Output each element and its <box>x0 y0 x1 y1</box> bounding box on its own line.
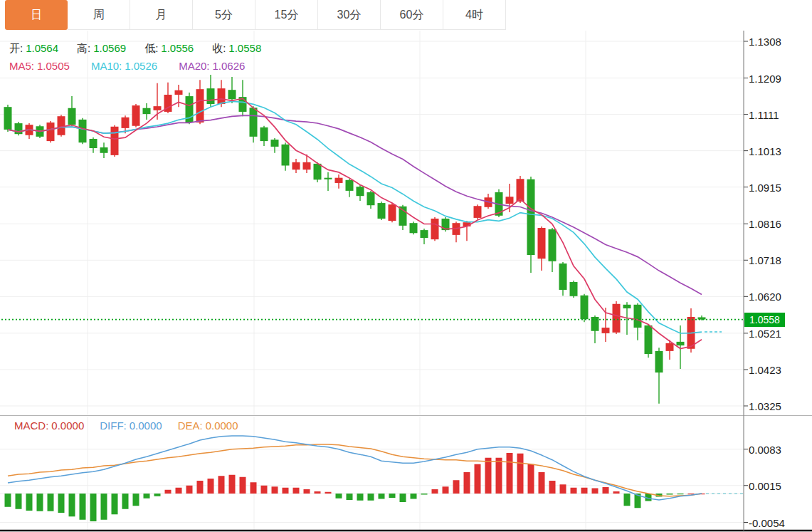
tab-5min[interactable]: 5分 <box>193 0 255 30</box>
macd-bar <box>251 482 257 494</box>
candle-body <box>474 206 482 218</box>
candle-body <box>634 305 642 328</box>
macd-axis[interactable]: 0.00830.0015-0.0054 <box>744 0 812 532</box>
ma20-value: 1.0626 <box>213 60 246 72</box>
macd-bar <box>475 464 481 494</box>
candle-body <box>58 116 65 135</box>
high-label: 高: <box>77 42 90 56</box>
macd-bar <box>154 494 161 496</box>
macd-bar <box>581 488 588 494</box>
candle-body <box>506 197 514 204</box>
candle-body <box>132 105 140 126</box>
macd-bar <box>218 476 225 494</box>
candle-body <box>389 204 396 221</box>
macd-bar <box>443 486 449 494</box>
macd-readout: MACD:0.0000 DIFF:0.0000 DEA:0.0000 <box>14 419 238 432</box>
macd-bar <box>389 494 396 498</box>
candle-body <box>367 192 375 205</box>
candle-body <box>613 304 621 333</box>
macd-bar <box>122 494 129 509</box>
candle-body <box>645 325 653 354</box>
macd-bar <box>517 454 524 494</box>
macd-tick-label: 0.0015 <box>749 480 781 492</box>
macd-bar <box>677 494 684 494</box>
period-toolbar: 日 周 月 5分 15分 30分 60分 4时 <box>5 0 506 30</box>
tab-15min[interactable]: 15分 <box>255 0 318 30</box>
macd-bar <box>325 492 332 494</box>
macd-bar <box>80 494 86 520</box>
gridlines <box>0 31 744 530</box>
macd-bar <box>379 494 385 499</box>
macd-histogram <box>5 453 705 521</box>
macd-bar <box>16 494 22 509</box>
macd-bar <box>283 488 289 494</box>
candle-body <box>143 108 151 114</box>
candle-body <box>228 90 236 99</box>
macd-bar <box>624 494 631 506</box>
ma10-label: MA10: <box>91 60 122 72</box>
candle-body <box>421 230 428 238</box>
macd-bar <box>400 494 406 502</box>
macd-bar <box>304 489 310 494</box>
macd-bar <box>688 494 695 494</box>
candle-body <box>346 180 354 191</box>
candle-body <box>271 140 279 147</box>
macd-bar <box>90 494 97 521</box>
macd-tick-label: -0.0054 <box>749 517 785 529</box>
candle-body <box>207 88 215 104</box>
current-price-tag: 1.0558 <box>744 313 785 327</box>
macd-bar <box>603 487 609 494</box>
candle-body <box>655 351 663 372</box>
macd-value: 0.0000 <box>51 419 84 432</box>
tab-day[interactable]: 日 <box>5 0 68 30</box>
candle-body <box>602 328 610 333</box>
candle-body <box>538 228 546 259</box>
close-label: 收: <box>212 42 226 56</box>
macd-bar <box>357 494 364 501</box>
candle-body <box>100 147 108 153</box>
macd-bar <box>229 475 236 494</box>
candle-body <box>581 296 589 319</box>
macd-bar <box>144 494 150 499</box>
chart-canvas[interactable] <box>0 0 812 532</box>
candles <box>4 75 706 404</box>
macd-bar <box>186 486 193 494</box>
macd-bar <box>411 494 417 499</box>
candle-body <box>122 118 130 128</box>
macd-bar <box>368 494 374 501</box>
low-value: 1.0556 <box>161 42 194 56</box>
macd-bar <box>421 494 428 495</box>
candle-body <box>431 219 439 239</box>
candle-body <box>292 162 300 169</box>
macd-bar <box>240 477 246 494</box>
candle-body <box>90 139 97 148</box>
candle-body <box>154 106 162 110</box>
low-label: 低: <box>144 42 158 56</box>
macd-bar <box>592 488 599 494</box>
macd-bar <box>432 489 438 494</box>
candle-body <box>357 187 364 196</box>
tab-month[interactable]: 月 <box>130 0 193 30</box>
candle-body <box>325 178 332 179</box>
candle-body <box>196 89 204 122</box>
ohlc-readout: 开:1.0564 高:1.0569 低:1.0556 收:1.0558 <box>9 42 261 56</box>
macd-bar <box>48 494 54 511</box>
macd-tick-label: 0.0083 <box>749 444 781 456</box>
candle-body <box>559 264 567 290</box>
tab-60min[interactable]: 60分 <box>381 0 443 30</box>
macd-bar <box>293 488 300 494</box>
candle-body <box>218 88 226 104</box>
macd-bar <box>133 494 139 506</box>
macd-bar <box>347 494 353 500</box>
candle-body <box>314 164 322 179</box>
candle-body <box>175 90 183 95</box>
tab-4hour[interactable]: 4时 <box>443 0 506 30</box>
tab-week[interactable]: 周 <box>68 0 130 30</box>
candle-body <box>79 120 87 142</box>
macd-bar <box>485 458 492 494</box>
candle-body <box>399 207 407 226</box>
candle-body <box>549 229 557 261</box>
ma20-label: MA20: <box>179 60 209 72</box>
tab-30min[interactable]: 30分 <box>318 0 381 30</box>
ma5-label: MA5: <box>9 60 34 72</box>
